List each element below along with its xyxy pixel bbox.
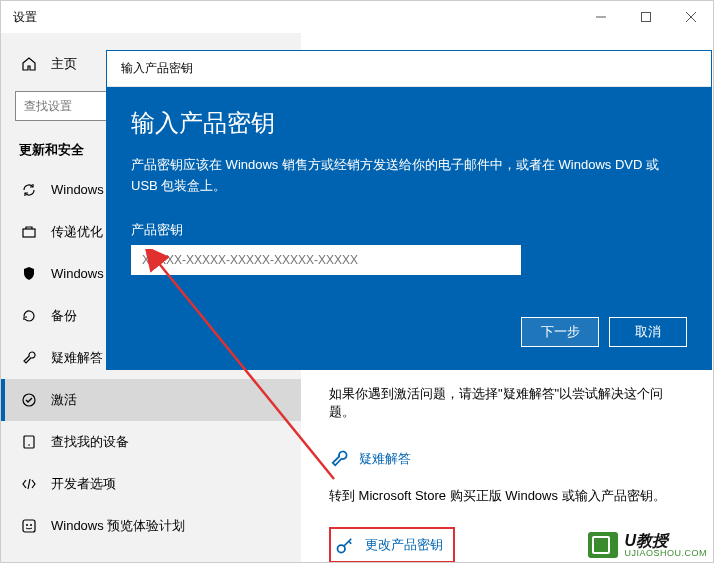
troubleshoot-label: 疑难解答	[359, 450, 411, 468]
field-label: 产品密钥	[131, 221, 687, 239]
info-text: 转到 Microsoft Store 购买正版 Windows 或输入产品密钥。	[329, 487, 685, 505]
watermark-brand: U教授	[624, 533, 707, 549]
sidebar-item-insider[interactable]: Windows 预览体验计划	[1, 505, 301, 547]
find-device-icon	[21, 434, 37, 450]
product-key-dialog: 输入产品密钥 输入产品密钥 产品密钥应该在 Windows 销售方或经销方发送给…	[106, 50, 712, 370]
sidebar-home-label: 主页	[51, 55, 77, 73]
home-icon	[21, 56, 37, 72]
backup-icon	[21, 308, 37, 324]
change-key-highlight: 更改产品密钥	[329, 527, 455, 563]
shield-icon	[21, 266, 37, 282]
cancel-button[interactable]: 取消	[609, 317, 687, 347]
dialog-heading: 输入产品密钥	[131, 107, 687, 139]
maximize-button[interactable]	[623, 1, 668, 33]
troubleshoot-link[interactable]: 疑难解答	[329, 449, 685, 469]
wrench-icon	[329, 449, 349, 469]
change-key-label: 更改产品密钥	[365, 536, 443, 554]
dialog-title: 输入产品密钥	[121, 60, 193, 77]
sidebar-item-label: 查找我的设备	[51, 433, 129, 451]
insider-icon	[21, 518, 37, 534]
svg-point-9	[26, 524, 28, 526]
watermark-url: UJIAOSHOU.COM	[624, 549, 707, 558]
svg-rect-8	[23, 520, 35, 532]
sidebar-item-label: Windows 预览体验计划	[51, 517, 185, 535]
close-button[interactable]	[668, 1, 713, 33]
minimize-button[interactable]	[578, 1, 623, 33]
dialog-titlebar: 输入产品密钥	[107, 51, 711, 87]
watermark: U教授 UJIAOSHOU.COM	[588, 532, 707, 558]
sidebar-item-find-my-device[interactable]: 查找我的设备	[1, 421, 301, 463]
sidebar-item-label: 开发者选项	[51, 475, 116, 493]
sidebar-item-label: 激活	[51, 391, 77, 409]
sidebar-item-activation[interactable]: 激活	[1, 379, 301, 421]
window-title: 设置	[13, 9, 37, 26]
watermark-badge-icon	[588, 532, 618, 558]
svg-rect-1	[641, 13, 650, 22]
key-icon	[335, 535, 355, 555]
sidebar-item-developer[interactable]: 开发者选项	[1, 463, 301, 505]
wrench-icon	[21, 350, 37, 366]
delivery-icon	[21, 224, 37, 240]
svg-rect-6	[24, 436, 34, 448]
helper-text: 如果你遇到激活问题，请选择"疑难解答"以尝试解决这个问题。	[329, 385, 685, 421]
svg-point-10	[30, 524, 32, 526]
sidebar-item-label: 疑难解答	[51, 349, 103, 367]
developer-icon	[21, 476, 37, 492]
sync-icon	[21, 182, 37, 198]
svg-point-5	[23, 394, 35, 406]
window-controls	[578, 1, 713, 33]
svg-point-7	[28, 444, 30, 446]
svg-rect-4	[23, 229, 35, 237]
sidebar-item-label: 传递优化	[51, 223, 103, 241]
window-titlebar: 设置	[1, 1, 713, 33]
change-key-link[interactable]: 更改产品密钥	[335, 535, 443, 555]
dialog-description: 产品密钥应该在 Windows 销售方或经销方发送给你的电子邮件中，或者在 Wi…	[131, 155, 687, 197]
check-icon	[21, 392, 37, 408]
next-button[interactable]: 下一步	[521, 317, 599, 347]
sidebar-item-label: 备份	[51, 307, 77, 325]
product-key-input[interactable]	[131, 245, 521, 275]
